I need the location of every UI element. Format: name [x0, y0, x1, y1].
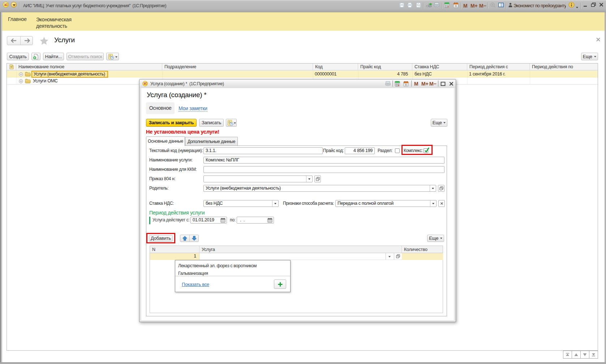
svg-text:31: 31 [404, 83, 408, 86]
svg-text:31: 31 [454, 4, 457, 8]
